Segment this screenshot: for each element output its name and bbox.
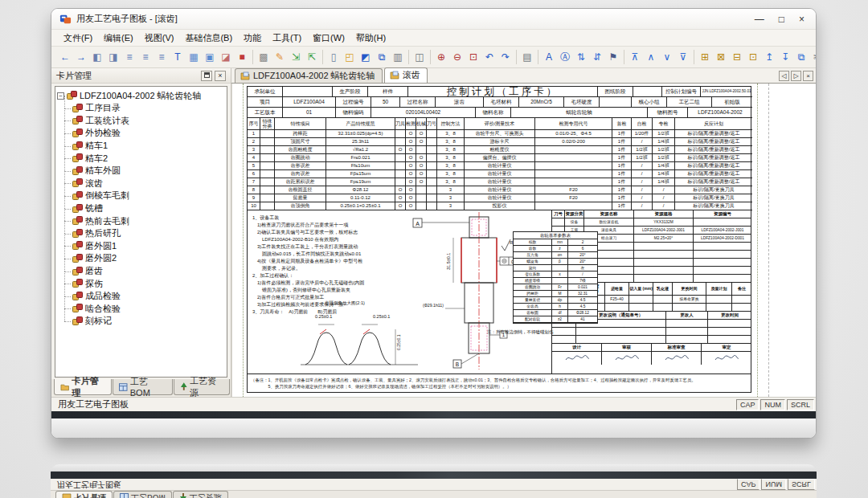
align-right-icon[interactable]: ≡: [154, 50, 169, 64]
capture-icon[interactable]: ▩: [256, 50, 271, 64]
redo-icon[interactable]: ↷: [498, 50, 513, 64]
card-info-icon[interactable]: ▤: [520, 50, 534, 64]
menu-item-4[interactable]: 基础信息(B): [179, 31, 238, 46]
frame-tool-icon[interactable]: ▣: [203, 50, 217, 64]
back-icon[interactable]: ←: [58, 50, 72, 64]
menu-item-8[interactable]: 帮助(H): [350, 31, 391, 46]
document-tab-2[interactable]: 滚齿: [384, 67, 428, 83]
tree-root-item[interactable]: − LDFZ100A04-2002 蜗轮齿轮轴: [57, 89, 225, 102]
dock-close-button[interactable]: ×: [215, 71, 226, 81]
parameter-cell: df: [552, 310, 568, 316]
delete-block-icon[interactable]: ■: [235, 50, 249, 64]
column-header: 控制方法: [437, 118, 465, 130]
header-cell: 工艺二组: [667, 97, 712, 108]
tree-item-5[interactable]: 精车2: [61, 152, 225, 165]
panel-tab-1[interactable]: 卡片管理: [54, 379, 112, 395]
panel-tab-3[interactable]: 工艺资源: [174, 379, 230, 395]
menu-item-3[interactable]: 视图(V): [139, 31, 180, 46]
tree-item-1[interactable]: 工序目录: [61, 102, 225, 115]
delete-card-icon[interactable]: ⊠: [714, 50, 728, 64]
delete-row-icon[interactable]: ↧: [778, 50, 792, 64]
card-tree: − LDFZ100A04-2002 蜗轮齿轮轴 工序目录工装统计表外协检验精车1…: [55, 86, 227, 378]
move-top-icon[interactable]: ⊼: [628, 50, 642, 64]
mini-cell: YKX3132M: [634, 218, 694, 227]
tree-item-10[interactable]: 热前去毛刺: [61, 214, 225, 227]
preview-icon[interactable]: ◫: [412, 50, 427, 64]
pencil-icon[interactable]: ✎: [272, 50, 287, 64]
annotation-flag-icon[interactable]: ⚑: [606, 50, 620, 64]
tree-item-8[interactable]: 倒棱车毛刺: [61, 190, 225, 202]
save-all-icon[interactable]: ⧉: [375, 50, 389, 64]
tree-item-17[interactable]: 啮合检验: [61, 303, 225, 316]
card-props-icon[interactable]: ⊡: [746, 50, 760, 64]
import-icon[interactable]: ⇲: [289, 50, 303, 64]
tree-item-6[interactable]: 精车外圆: [61, 165, 225, 178]
move-bottom-icon[interactable]: ⊽: [676, 50, 690, 64]
move-up-icon[interactable]: ∧: [644, 50, 658, 64]
menu-item-2[interactable]: 编辑(E): [98, 31, 139, 46]
tree-item-7[interactable]: 滚齿: [61, 178, 225, 190]
document-tab-1[interactable]: LDFZ100A04-2002 蜗轮齿轮轴: [235, 68, 383, 83]
menu-item-5[interactable]: 功能: [238, 31, 267, 46]
row-swap-icon[interactable]: ⇅: [574, 50, 588, 64]
tree-item-11[interactable]: 热后研孔: [61, 227, 225, 240]
add-card-icon[interactable]: ⊞: [698, 50, 712, 64]
mini-cell: [629, 304, 653, 312]
row-sort-icon[interactable]: ⇵: [590, 50, 604, 64]
align-center-icon[interactable]: ≡: [138, 50, 153, 64]
cut-row-icon[interactable]: ✂: [810, 50, 816, 64]
tree-item-16[interactable]: 成品检验: [61, 290, 225, 303]
zoom-fit-icon[interactable]: ⊡: [466, 50, 481, 64]
tree-item-13[interactable]: 磨外圆2: [61, 252, 225, 265]
tree-item-12[interactable]: 磨外圆1: [61, 240, 225, 253]
tab-scroll-left-button[interactable]: ◁: [779, 71, 789, 81]
tree-item-3[interactable]: 外协检验: [61, 127, 225, 140]
panel-tab-2[interactable]: 工艺BOM: [113, 379, 172, 395]
tab-close-button[interactable]: ×: [803, 71, 813, 81]
forward-icon[interactable]: →: [74, 50, 88, 64]
tree-item-4[interactable]: 精车1: [61, 140, 225, 153]
move-down-icon[interactable]: ∨: [660, 50, 674, 64]
export-icon[interactable]: ⇱: [305, 50, 319, 64]
select-cell-icon[interactable]: ◧: [90, 50, 104, 64]
mini-cell: [694, 251, 751, 259]
save-icon[interactable]: ◩: [358, 50, 373, 64]
tree-item-9[interactable]: 铣槽: [61, 202, 225, 215]
char-style-icon[interactable]: Ⓐ: [558, 50, 572, 64]
find-cell-icon[interactable]: ◨: [106, 50, 121, 64]
undo-icon[interactable]: ↶: [482, 50, 497, 64]
menu-item-6[interactable]: 工具(T): [267, 31, 307, 46]
zoom-out-icon[interactable]: ⊖: [450, 50, 465, 64]
menu-item-7[interactable]: 窗口(W): [307, 31, 350, 46]
table-tool-icon[interactable]: ▦: [186, 50, 201, 64]
menu-item-1[interactable]: 文件(F): [58, 31, 98, 46]
toolbar-group: AⒶ⇅⇵⚑: [538, 50, 624, 64]
font-icon[interactable]: A: [542, 50, 556, 64]
new-icon[interactable]: ▯: [326, 50, 341, 64]
tree-item-2[interactable]: 工装统计表: [61, 115, 225, 128]
align-left-icon[interactable]: ≡: [122, 50, 137, 64]
parameter-row: 模数mn2: [514, 239, 597, 246]
drawing-canvas[interactable]: 承制单位生产阶段样件控制计划（工序卡）图纸阶段控制计划编号JJN.LDFZ100…: [231, 84, 816, 397]
column-header: 反应计划: [675, 118, 752, 130]
insert-row-icon[interactable]: ↥: [762, 50, 776, 64]
text-tool-icon[interactable]: T: [170, 50, 185, 64]
tree-item-15[interactable]: 探伤: [61, 277, 225, 290]
copy-row-icon[interactable]: ⧉: [794, 50, 809, 64]
open-icon[interactable]: ◰: [342, 50, 357, 64]
parameter-row: 螺旋角β20°: [514, 259, 597, 265]
eraser-icon[interactable]: ◪: [219, 50, 233, 64]
pin-button[interactable]: [201, 71, 212, 81]
export-card-icon[interactable]: ⊟: [730, 50, 744, 64]
print-icon[interactable]: ▥: [391, 50, 405, 64]
tree-item-18[interactable]: 刻标记: [61, 315, 225, 328]
close-button[interactable]: ×: [799, 14, 805, 25]
collapse-icon[interactable]: −: [57, 92, 64, 100]
minimize-button[interactable]: —: [755, 14, 764, 25]
tab-scroll-right-button[interactable]: ▷: [791, 71, 801, 81]
parameter-row: 配对齿轮z241: [514, 316, 597, 323]
maximize-button[interactable]: □: [779, 14, 784, 25]
zoom-in-icon[interactable]: ⊕: [434, 50, 448, 64]
tree-item-14[interactable]: 磨齿: [61, 265, 225, 278]
reflection-panel-tab: 工艺资源: [173, 492, 228, 498]
